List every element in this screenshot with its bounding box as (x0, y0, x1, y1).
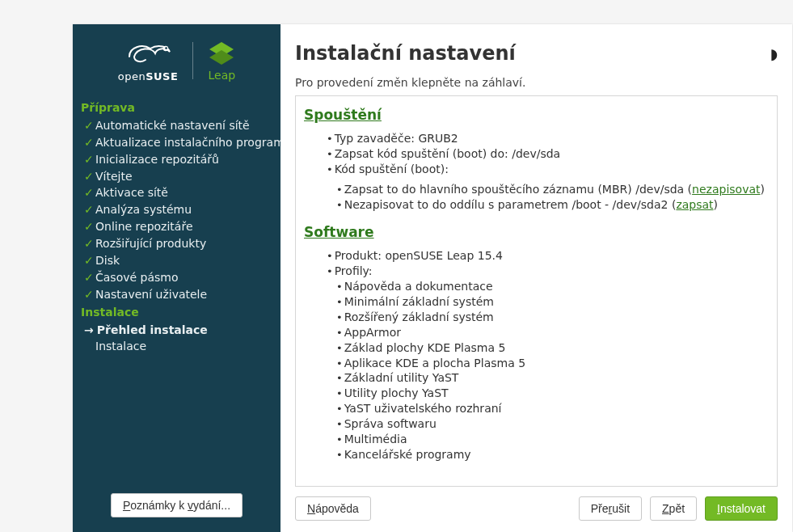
nav-item-current: →Přehled instalace (81, 322, 276, 339)
nav-item-label: Rozšiřující produkty (95, 237, 206, 250)
profile-item: Kancelářské programy (336, 447, 769, 462)
edition-label: Leap (208, 69, 235, 82)
nav-section-install: Instalace (81, 303, 276, 322)
profile-item: Minimální základní systém (336, 294, 769, 310)
software-profiles-label: Profily: (327, 264, 769, 279)
sidebar-bottom: Poznámky k vydání... (73, 483, 281, 532)
profile-item: Nápověda a dokumentace (336, 279, 769, 294)
nav-item: ✓Analýza systému (81, 201, 276, 218)
nav-section-prepare: Příprava (81, 99, 276, 117)
text: Nezapisovat to do oddílu s parametrem /b… (344, 198, 677, 211)
profile-item: Správa softwaru (336, 416, 769, 432)
boot-write-to: Zapsat kód spuštění (boot) do: /dev/sda (327, 146, 769, 162)
text: ) (761, 183, 765, 196)
nav-item: ✓Aktivace sítě (81, 184, 276, 201)
gecko-icon (123, 39, 173, 70)
main-panel: Instalační nastavení ◗ Pro provedení změ… (281, 24, 792, 532)
back-button[interactable]: Zpět (650, 496, 697, 521)
profile-item: Multimédia (336, 432, 769, 447)
nav-item-label: Instalace (95, 340, 146, 353)
opensuse-logo: openSUSE (118, 39, 179, 82)
boot-mbr-line: Zapsat to do hlavního spouštěcího záznam… (336, 182, 769, 197)
logo-divider (192, 42, 193, 79)
nav-item: ✓Disk (81, 252, 276, 269)
boot-heading-link[interactable]: Spouštění (304, 107, 382, 123)
page-instruction: Pro provedení změn klepněte na záhlaví. (295, 76, 778, 89)
leap-logo: Leap (208, 40, 235, 82)
nav-item-label: Online repozitáře (95, 220, 193, 233)
page-title: Instalační nastavení (295, 42, 516, 65)
nav-item-label: Časové pásmo (95, 271, 179, 284)
nav-item: ✓Rozšiřující produkty (81, 235, 276, 252)
check-icon: ✓ (84, 185, 92, 201)
check-icon: ✓ (84, 253, 92, 268)
release-notes-button[interactable]: Poznámky k vydání... (111, 493, 243, 517)
contrast-icon[interactable]: ◗ (770, 45, 778, 62)
help-button[interactable]: Nápověda (295, 496, 371, 521)
profile-item: Rozšířený základní systém (336, 310, 769, 325)
nav-item-label: Automatické nastavení sítě (95, 119, 250, 132)
nav-item-label: Disk (95, 254, 120, 267)
nav-item: ✓Online repozitáře (81, 218, 276, 235)
check-icon: ✓ (84, 152, 92, 167)
svg-marker-3 (209, 50, 234, 65)
nav-item: ✓Časové pásmo (81, 269, 276, 286)
mbr-toggle-link[interactable]: nezapisovat (692, 183, 760, 196)
svg-point-1 (165, 47, 167, 49)
nav-item: ✓Aktualizace instalačního programu (81, 134, 276, 151)
check-icon: ✓ (84, 287, 92, 302)
boot-code-label: Kód spuštění (boot): (327, 162, 769, 177)
nav-item: ✓Nastavení uživatele (81, 286, 276, 303)
nav: Příprava ✓Automatické nastavení sítě ✓Ak… (73, 95, 281, 483)
check-icon: ✓ (84, 270, 92, 285)
profile-item: Utility plochy YaST (336, 386, 769, 401)
arrow-right-icon: → (84, 323, 94, 336)
text: Zapsat to do hlavního spouštěcího záznam… (344, 183, 692, 196)
software-heading-link[interactable]: Software (304, 224, 374, 240)
check-icon: ✓ (84, 219, 92, 234)
abort-button[interactable]: Přerušit (579, 496, 642, 521)
nav-item-label: Inicializace repozitářů (95, 153, 219, 166)
check-icon: ✓ (84, 202, 92, 217)
profile-item: Základ plochy KDE Plasma 5 (336, 340, 769, 356)
check-icon: ✓ (84, 236, 92, 251)
profile-item: Základní utility YaST (336, 370, 769, 386)
settings-content[interactable]: Spouštění Typ zavaděče: GRUB2 Zapsat kód… (295, 95, 778, 487)
nav-item-label: Aktualizace instalačního programu (95, 136, 281, 149)
check-icon: ✓ (84, 118, 92, 133)
nav-item: ✓Automatické nastavení sítě (81, 117, 276, 134)
sidebar: openSUSE Leap Příprava ✓Automatické nast… (73, 24, 281, 532)
leap-icon (208, 40, 235, 65)
boot-part-line: Nezapisovat to do oddílu s parametrem /b… (336, 197, 769, 213)
text: ) (714, 198, 718, 211)
nav-item-label: Vítejte (95, 170, 133, 183)
nav-item: Instalace (81, 338, 276, 355)
check-icon: ✓ (84, 135, 92, 150)
nav-item: ✓Vítejte (81, 168, 276, 185)
profile-item: Aplikace KDE a plocha Plasma 5 (336, 356, 769, 371)
profile-item: AppArmor (336, 325, 769, 340)
part-toggle-link[interactable]: zapsat (676, 198, 713, 211)
nav-item-label: Analýza systému (95, 203, 192, 216)
nav-item-label: Aktivace sítě (95, 186, 168, 199)
check-icon: ✓ (84, 169, 92, 184)
software-product: Produkt: openSUSE Leap 15.4 (327, 248, 769, 264)
nav-item-label: Přehled instalace (97, 323, 208, 336)
logo-area: openSUSE Leap (73, 24, 281, 95)
nav-item: ✓Inicializace repozitářů (81, 151, 276, 168)
footer: Nápověda Přerušit Zpět Instalovat (295, 496, 778, 521)
boot-type: Typ zavaděče: GRUB2 (327, 131, 769, 146)
install-button[interactable]: Instalovat (705, 496, 778, 521)
installer-window: openSUSE Leap Příprava ✓Automatické nast… (73, 24, 792, 532)
nav-item-label: Nastavení uživatele (95, 288, 207, 301)
profile-item: YaST uživatelského rozhraní (336, 401, 769, 416)
